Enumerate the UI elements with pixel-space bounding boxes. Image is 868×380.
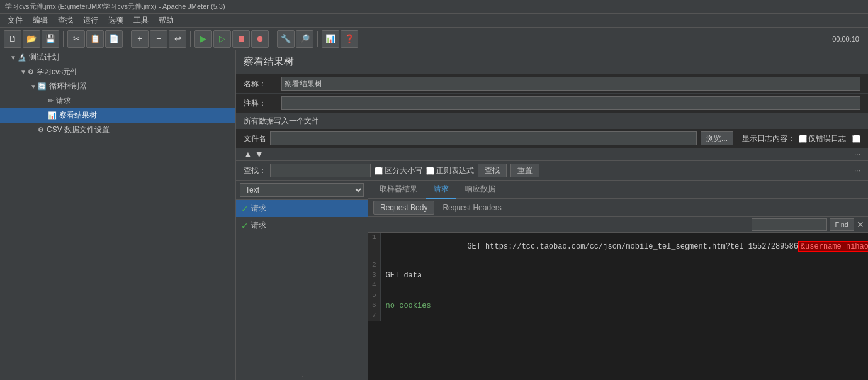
stop-button[interactable]: ⏹ — [232, 30, 250, 48]
resize-handle[interactable]: ⋮ — [236, 367, 368, 380]
play-no-pause-button[interactable]: ▷ — [213, 30, 231, 48]
search-row: 查找： 区分大小写 正则表达式 查找 重置 ··· — [236, 161, 868, 181]
learn-csv-icon: ⚙ — [28, 68, 34, 76]
open-button[interactable]: 📂 — [23, 30, 40, 48]
tree-item-csv-config[interactable]: ⚙ CSV 数据文件设置 — [0, 123, 235, 137]
req-label-1: 请求 — [251, 203, 266, 214]
left-panel: ▼ 🔬 测试计划 ▼ ⚙ 学习cvs元件 ▼ 🔄 循环控制器 ✏ 请求 📊 察看… — [0, 50, 236, 380]
chart-button[interactable]: 📊 — [322, 30, 339, 48]
log-check-2[interactable] — [852, 135, 860, 143]
help-button[interactable]: ❓ — [341, 30, 358, 48]
stop2-button[interactable]: ⏺ — [251, 30, 269, 48]
play-button[interactable]: ▶ — [194, 30, 212, 48]
tree-label-learn-csv: 学习cvs元件 — [37, 67, 78, 77]
find-close-button[interactable]: ✕ — [857, 220, 864, 230]
case-label: 区分大小写 — [385, 165, 422, 176]
menu-run[interactable]: 运行 — [78, 14, 103, 27]
dropdown-row: Text JSON XML HTML — [236, 181, 368, 200]
get-url-text: GET https://tcc.taobao.com/cc/json/mobil… — [467, 242, 798, 251]
tree-label-loop-ctrl: 循环控制器 — [49, 81, 87, 92]
file-input[interactable] — [270, 131, 697, 145]
detail-tabs: 取样器结果 请求 响应数据 — [368, 181, 868, 199]
menu-file[interactable]: 文件 — [3, 14, 28, 27]
code-table: 1 GET https://tcc.taobao.com/cc/json/mob… — [368, 233, 868, 321]
dots-indicator: ··· — [854, 150, 860, 159]
view-tree-icon: 📊 — [48, 111, 57, 120]
tree-item-learn-csv[interactable]: ▼ ⚙ 学习cvs元件 — [0, 65, 235, 79]
toolbar-separator-2 — [127, 31, 127, 47]
code-area[interactable]: 1 GET https://tcc.taobao.com/cc/json/mob… — [368, 233, 868, 380]
name-input[interactable] — [281, 77, 860, 91]
menu-edit[interactable]: 编辑 — [28, 14, 53, 27]
search-button[interactable]: 查找 — [478, 164, 507, 177]
add-button[interactable]: + — [131, 30, 149, 48]
search-input[interactable] — [270, 164, 371, 177]
line-num-1: 1 — [368, 233, 380, 260]
content-area: Text JSON XML HTML ✓ 请求 ✓ 请求 — [236, 181, 868, 380]
subtab-request-headers[interactable]: Request Headers — [436, 201, 508, 215]
comment-row: 注释： — [236, 94, 868, 113]
cut-button[interactable]: ✂ — [67, 30, 85, 48]
line-content-5 — [380, 291, 868, 301]
tab-request[interactable]: 请求 — [426, 181, 456, 199]
code-line-6: 6 no cookies — [368, 301, 868, 311]
copy-button[interactable]: 📋 — [86, 30, 104, 48]
resize-icon: ⋮ — [299, 371, 305, 377]
find-button[interactable]: Find — [830, 218, 854, 231]
new-button[interactable]: 🗋 — [4, 30, 21, 48]
line-num-7: 7 — [368, 311, 380, 321]
tab-response[interactable]: 响应数据 — [458, 181, 503, 199]
right-panel: 察看结果树 名称： 注释： 所有数据写入一个文件 文件名 浏览... 显示日志内… — [236, 50, 868, 380]
log-check-error[interactable] — [799, 135, 807, 143]
arrow-down-button[interactable]: ▼ — [255, 149, 264, 159]
line-num-5: 5 — [368, 291, 380, 301]
search-label: 查找： — [244, 165, 266, 176]
line-content-4 — [380, 281, 868, 291]
menu-find[interactable]: 查找 — [53, 14, 78, 27]
tree-item-view-tree[interactable]: 📊 察看结果树 — [0, 108, 235, 123]
menu-help[interactable]: 帮助 — [154, 14, 179, 27]
find-bar: Find ✕ — [368, 217, 868, 233]
sub-tabs: Request Body Request Headers — [368, 199, 868, 217]
tool1-button[interactable]: 🔧 — [277, 30, 295, 48]
tab-sampler-result[interactable]: 取样器结果 — [372, 181, 425, 199]
menu-tools[interactable]: 工具 — [128, 14, 154, 27]
request-item-2[interactable]: ✓ 请求 — [236, 217, 368, 234]
save-button[interactable]: 💾 — [42, 30, 59, 48]
req-label-2: 请求 — [251, 220, 266, 231]
log-check-label-2 — [852, 135, 860, 143]
undo-button[interactable]: ↩ — [169, 30, 186, 48]
reset-button[interactable]: 重置 — [510, 164, 539, 177]
browse-button[interactable]: 浏览... — [701, 131, 733, 145]
arrows-row: ▲ ▼ ··· — [236, 148, 868, 161]
expand-icon: ▼ — [10, 54, 18, 61]
remove-button[interactable]: − — [150, 30, 167, 48]
subtab-request-body[interactable]: Request Body — [373, 201, 434, 215]
find-input[interactable] — [752, 218, 827, 231]
code-line-7: 7 — [368, 311, 868, 321]
case-check[interactable] — [375, 167, 383, 175]
regex-check[interactable] — [426, 167, 434, 175]
arrow-up-button[interactable]: ▲ — [244, 149, 252, 159]
name-row: 名称： — [236, 74, 868, 94]
line-content-6: no cookies — [380, 301, 868, 311]
comment-input[interactable] — [281, 96, 860, 110]
code-line-3: 3 GET data — [368, 271, 868, 281]
line-content-1: GET https://tcc.taobao.com/cc/json/mobil… — [380, 233, 868, 260]
menu-options[interactable]: 选项 — [103, 14, 128, 27]
format-dropdown[interactable]: Text JSON XML HTML — [240, 183, 364, 197]
line-content-2 — [380, 260, 868, 271]
tree-item-test-plan[interactable]: ▼ 🔬 测试计划 — [0, 50, 235, 65]
tool2-button[interactable]: 🔎 — [296, 30, 313, 48]
tree-label-request: 请求 — [56, 96, 71, 106]
tree-item-request[interactable]: ✏ 请求 — [0, 94, 235, 108]
request-icon: ✏ — [48, 97, 54, 105]
panel-title: 察看结果树 — [236, 50, 868, 74]
tree-item-loop-ctrl[interactable]: ▼ 🔄 循环控制器 — [0, 79, 235, 94]
tree-label-test-plan: 测试计划 — [29, 52, 59, 63]
request-item-1[interactable]: ✓ 请求 — [236, 200, 368, 217]
menu-bar: 文件 编辑 查找 运行 选项 工具 帮助 — [0, 14, 868, 28]
line-num-4: 4 — [368, 281, 380, 291]
paste-button[interactable]: 📄 — [105, 30, 123, 48]
line-content-3: GET data — [380, 271, 868, 281]
